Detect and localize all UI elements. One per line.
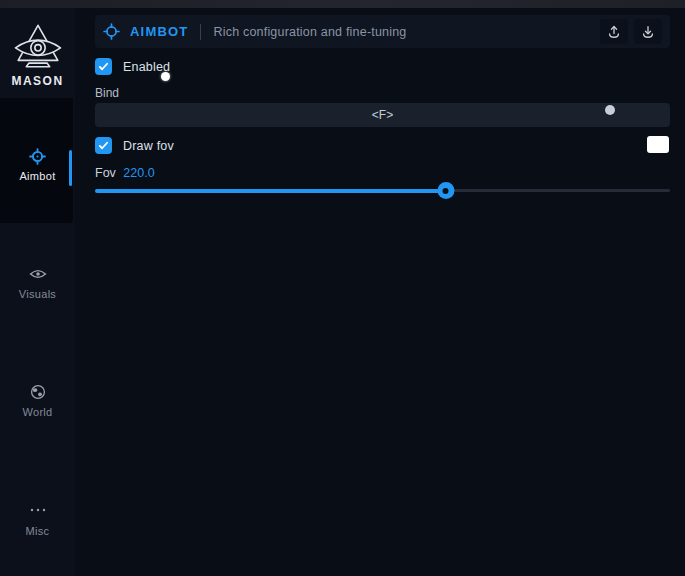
draw-fov-row: Draw fov bbox=[95, 137, 174, 154]
sidebar-item-label: Aimbot bbox=[0, 170, 75, 182]
crosshair-icon bbox=[0, 148, 75, 166]
crosshair-icon bbox=[103, 23, 120, 40]
draw-fov-checkbox[interactable] bbox=[95, 137, 112, 154]
sidebar-item-label: Visuals bbox=[0, 288, 75, 300]
enabled-label: Enabled bbox=[123, 60, 170, 74]
bind-value: <F> bbox=[372, 108, 393, 122]
content-panel: AIMBOT Rich configuration and fine-tunin… bbox=[75, 8, 685, 576]
app-window: MASON Aimbot Visuals bbox=[0, 0, 685, 576]
fov-label: Fov bbox=[95, 166, 116, 180]
slider-fill bbox=[95, 189, 446, 193]
upload-icon bbox=[606, 24, 622, 40]
page-header: AIMBOT Rich configuration and fine-tunin… bbox=[95, 15, 670, 48]
globe-icon bbox=[0, 384, 75, 402]
check-icon bbox=[98, 140, 109, 151]
download-icon bbox=[640, 24, 656, 40]
mason-eye-pyramid-icon bbox=[11, 22, 65, 70]
brand-name: MASON bbox=[0, 74, 75, 88]
divider bbox=[200, 24, 201, 40]
bind-input[interactable]: <F> bbox=[95, 103, 670, 127]
ellipsis-icon bbox=[0, 503, 75, 521]
brand-logo: MASON bbox=[0, 22, 75, 88]
fov-slider[interactable] bbox=[95, 182, 670, 198]
enabled-checkbox[interactable] bbox=[95, 58, 112, 75]
page-subtitle: Rich configuration and fine-tuning bbox=[213, 25, 406, 39]
sidebar-item-misc[interactable]: Misc bbox=[0, 503, 75, 537]
fov-color-picker[interactable] bbox=[647, 136, 669, 153]
sidebar-item-label: Misc bbox=[0, 525, 75, 537]
check-icon bbox=[98, 61, 109, 72]
sidebar: MASON Aimbot Visuals bbox=[0, 8, 75, 576]
active-indicator bbox=[69, 150, 72, 186]
download-config-button[interactable] bbox=[634, 19, 662, 44]
page-title: AIMBOT bbox=[130, 24, 188, 39]
sidebar-item-visuals[interactable]: Visuals bbox=[0, 266, 75, 300]
enabled-row: Enabled bbox=[95, 58, 170, 75]
fov-value-row: Fov 220.0 bbox=[95, 166, 155, 180]
slider-handle[interactable] bbox=[437, 182, 454, 199]
sidebar-item-label: World bbox=[0, 406, 75, 418]
sidebar-item-aimbot[interactable]: Aimbot bbox=[0, 148, 75, 182]
draw-fov-label: Draw fov bbox=[123, 139, 174, 153]
bind-label: Bind bbox=[95, 86, 119, 100]
fov-value: 220.0 bbox=[123, 166, 154, 180]
sidebar-item-world[interactable]: World bbox=[0, 384, 75, 418]
eye-icon bbox=[0, 266, 75, 284]
upload-config-button[interactable] bbox=[600, 19, 628, 44]
window-top-edge bbox=[0, 0, 685, 8]
